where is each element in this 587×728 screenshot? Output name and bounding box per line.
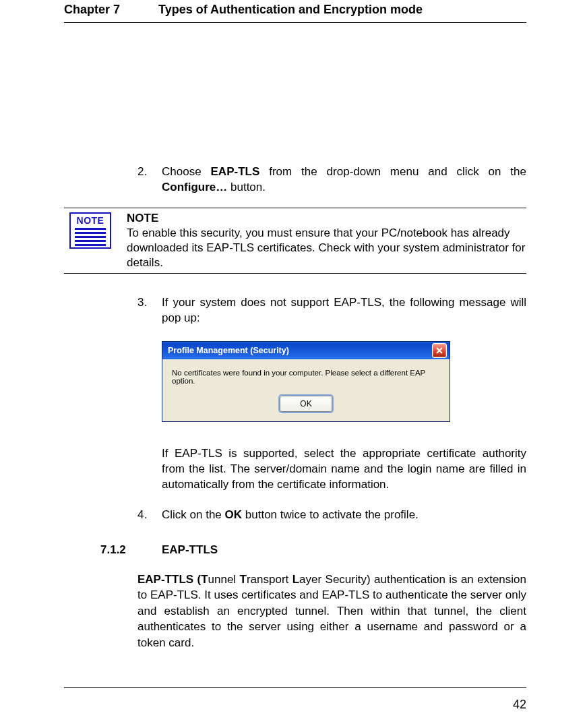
note-text: NOTE To enable this security, you must e…: [127, 211, 526, 270]
step-3-number: 3.: [137, 295, 162, 326]
note-heading: NOTE: [127, 211, 526, 226]
page-header: Chapter 7 Types of Authentication and En…: [64, 0, 526, 23]
step-3: 3. If your system does not support EAP-T…: [137, 295, 526, 326]
page-number: 42: [513, 698, 526, 712]
eap-tls-supported-paragraph: If EAP-TLS is supported, select the appr…: [162, 446, 526, 493]
section-number: 7.1.2: [100, 543, 162, 557]
section-7-1-2-paragraph: EAP-TTLS (Tunnel Transport Layer Securit…: [137, 572, 526, 650]
ok-button[interactable]: OK: [280, 396, 332, 412]
chapter-title: Types of Authentication and Encryption m…: [158, 3, 423, 17]
note-icon-label: NOTE: [77, 215, 104, 226]
step-3-text: If your system does not support EAP-TLS,…: [162, 295, 526, 326]
step-2: 2. Choose EAP-TLS from the drop-down men…: [137, 164, 526, 195]
dialog-titlebar: Profile Management (Security): [162, 342, 450, 359]
section-7-1-2-heading: 7.1.2 EAP-TTLS: [100, 543, 526, 557]
dialog-message: No certificates were found in your compu…: [172, 369, 440, 385]
dialog-title: Profile Management (Security): [168, 346, 289, 355]
close-icon[interactable]: [432, 343, 447, 358]
note-block: NOTE NOTE To enable this security, you m…: [64, 208, 526, 274]
note-icon-col: NOTE: [64, 211, 127, 270]
step-2-text: Choose EAP-TLS from the drop-down menu a…: [162, 164, 526, 195]
step-4-number: 4.: [137, 508, 162, 523]
step-4-text: Click on the OK button twice to activate…: [162, 508, 526, 523]
note-icon: NOTE: [69, 212, 111, 249]
step-2-number: 2.: [137, 164, 162, 195]
dialog-body: No certificates were found in your compu…: [162, 359, 450, 421]
section-title: EAP-TTLS: [162, 543, 218, 557]
error-dialog: Profile Management (Security) No certifi…: [162, 341, 450, 422]
step-4: 4. Click on the OK button twice to activ…: [137, 508, 526, 523]
note-body: To enable this security, you must ensure…: [127, 226, 526, 270]
footer-rule: [64, 687, 526, 688]
chapter-label: Chapter 7: [64, 3, 158, 17]
